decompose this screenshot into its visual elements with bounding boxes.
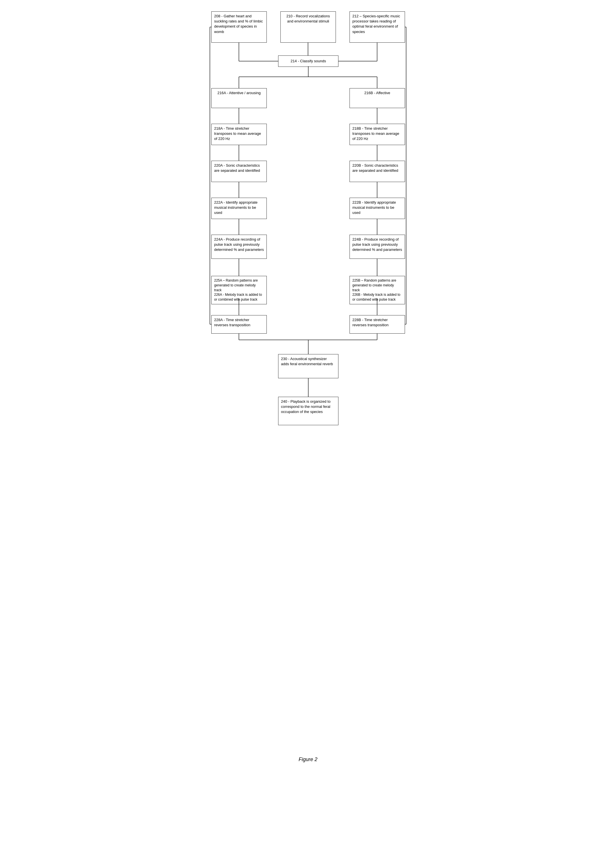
- box-216B: 216B - Affective: [349, 88, 405, 108]
- box-225A-226A: 225A – Random patterns are generated to …: [211, 276, 267, 304]
- box-218B-label: 218B - Time stretcher transposes to mean…: [352, 126, 399, 141]
- box-224B-label: 224B - Produce recording of pulse track …: [352, 237, 402, 252]
- box-220A-label: 220A - Sonic characteristics are separat…: [214, 163, 260, 173]
- box-222B: 222B - Identify appropriate musical inst…: [349, 198, 405, 219]
- box-222A-label: 222A - Identify appropriate musical inst…: [214, 200, 258, 215]
- box-212: 212 – Species-specific music processor t…: [349, 12, 405, 43]
- box-222A: 222A - Identify appropriate musical inst…: [211, 198, 267, 219]
- box-225B-226B-label: 225B – Random patterns are generated to …: [352, 279, 400, 301]
- box-210-label: 210 - Record vocalizations and environme…: [286, 14, 330, 23]
- box-214-label: 214 - Classify sounds: [290, 59, 326, 63]
- box-208: 208 - Gather heart and suckling rates an…: [211, 12, 267, 43]
- diagram-container: 208 - Gather heart and suckling rates an…: [208, 9, 408, 763]
- box-210: 210 - Record vocalizations and environme…: [280, 12, 336, 43]
- box-212-label: 212 – Species-specific music processor t…: [352, 14, 400, 34]
- box-216A-label: 216A - Attentive / arousing: [217, 91, 261, 95]
- box-208-label: 208 - Gather heart and suckling rates an…: [214, 14, 263, 34]
- box-225A-226A-label: 225A – Random patterns are generated to …: [214, 279, 262, 301]
- box-218A: 218A - Time stretcher transposes to mean…: [211, 124, 267, 145]
- box-240: 240 - Playback is organized to correspon…: [278, 397, 339, 425]
- box-228A: 228A - Time stretcher reverses transposi…: [211, 315, 267, 334]
- box-224B: 224B - Produce recording of pulse track …: [349, 235, 405, 259]
- box-220B-label: 220B - Sonic characteristics are separat…: [352, 163, 398, 173]
- box-216A: 216A - Attentive / arousing: [211, 88, 267, 108]
- box-220A: 220A - Sonic characteristics are separat…: [211, 161, 267, 182]
- box-240-label: 240 - Playback is organized to correspon…: [281, 399, 330, 414]
- box-224A: 224A - Produce recording of pulse track …: [211, 235, 267, 259]
- box-228B-label: 228B - Time stretcher reverses transposi…: [352, 318, 389, 327]
- box-228A-label: 228A - Time stretcher reverses transposi…: [214, 318, 250, 327]
- box-216B-label: 216B - Affective: [364, 91, 390, 95]
- box-230-label: 230 - Acoustical synthesizer adds feral …: [281, 356, 333, 366]
- flowchart: 208 - Gather heart and suckling rates an…: [208, 9, 408, 748]
- figure-title: Figure 2: [208, 757, 408, 763]
- box-225B-226B: 225B – Random patterns are generated to …: [349, 276, 405, 304]
- box-230: 230 - Acoustical synthesizer adds feral …: [278, 354, 339, 378]
- box-214: 214 - Classify sounds: [278, 56, 339, 67]
- box-218A-label: 218A - Time stretcher transposes to mean…: [214, 126, 261, 141]
- box-228B: 228B - Time stretcher reverses transposi…: [349, 315, 405, 334]
- box-218B: 218B - Time stretcher transposes to mean…: [349, 124, 405, 145]
- box-224A-label: 224A - Produce recording of pulse track …: [214, 237, 264, 252]
- box-220B: 220B - Sonic characteristics are separat…: [349, 161, 405, 182]
- box-222B-label: 222B - Identify appropriate musical inst…: [352, 200, 396, 215]
